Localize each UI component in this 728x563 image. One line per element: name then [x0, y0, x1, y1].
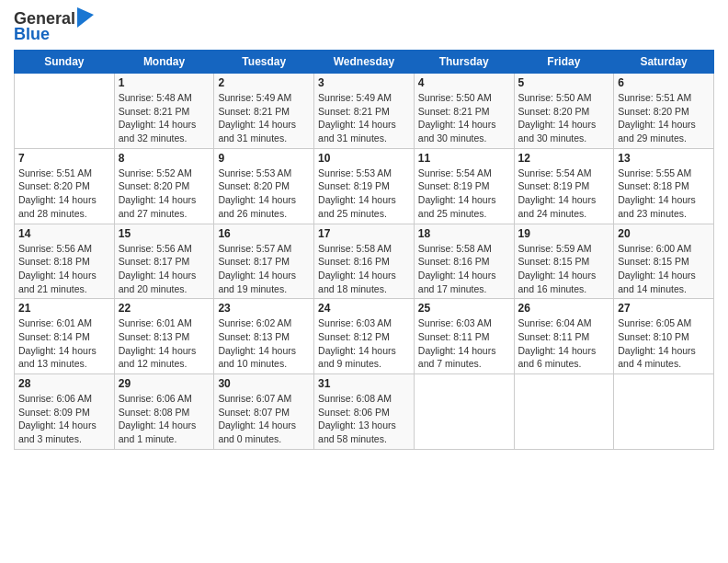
day-number: 10 — [318, 152, 410, 165]
calendar-week-row: 14Sunrise: 5:56 AM Sunset: 8:18 PM Dayli… — [15, 224, 714, 299]
day-info: Sunrise: 6:07 AM Sunset: 8:07 PM Dayligh… — [218, 392, 310, 446]
day-info: Sunrise: 5:54 AM Sunset: 8:19 PM Dayligh… — [518, 167, 610, 221]
day-number: 20 — [618, 227, 710, 240]
calendar-cell: 4Sunrise: 5:50 AM Sunset: 8:21 PM Daylig… — [414, 74, 514, 149]
day-number: 21 — [18, 302, 110, 315]
day-info: Sunrise: 5:50 AM Sunset: 8:20 PM Dayligh… — [518, 91, 610, 145]
calendar-cell: 28Sunrise: 6:06 AM Sunset: 8:09 PM Dayli… — [15, 374, 115, 450]
svg-marker-0 — [77, 7, 94, 28]
calendar-cell — [514, 374, 614, 450]
calendar-cell — [414, 374, 514, 450]
calendar-cell: 25Sunrise: 6:03 AM Sunset: 8:11 PM Dayli… — [414, 299, 514, 374]
day-info: Sunrise: 5:56 AM Sunset: 8:18 PM Dayligh… — [18, 242, 110, 296]
day-number: 11 — [418, 152, 510, 165]
calendar-week-row: 7Sunrise: 5:51 AM Sunset: 8:20 PM Daylig… — [15, 148, 714, 224]
header-row: General Blue — [14, 9, 714, 44]
day-info: Sunrise: 5:51 AM Sunset: 8:20 PM Dayligh… — [618, 91, 710, 145]
main-container: General Blue SundayMondayTuesdayWednesda… — [0, 0, 728, 459]
day-number: 26 — [518, 302, 610, 315]
day-info: Sunrise: 5:49 AM Sunset: 8:21 PM Dayligh… — [218, 91, 310, 145]
day-info: Sunrise: 5:50 AM Sunset: 8:21 PM Dayligh… — [418, 91, 510, 145]
day-number: 22 — [119, 302, 210, 315]
calendar-day-header: Wednesday — [314, 51, 415, 74]
calendar-cell: 29Sunrise: 6:06 AM Sunset: 8:08 PM Dayli… — [114, 374, 214, 450]
day-number: 18 — [418, 227, 510, 240]
calendar-cell: 23Sunrise: 6:02 AM Sunset: 8:13 PM Dayli… — [214, 299, 314, 374]
day-number: 27 — [618, 302, 710, 315]
day-number: 3 — [318, 76, 410, 89]
day-info: Sunrise: 6:02 AM Sunset: 8:13 PM Dayligh… — [218, 316, 310, 371]
calendar-cell: 24Sunrise: 6:03 AM Sunset: 8:12 PM Dayli… — [314, 299, 415, 374]
day-info: Sunrise: 6:03 AM Sunset: 8:12 PM Dayligh… — [318, 316, 410, 371]
day-number: 13 — [618, 152, 710, 165]
day-number: 30 — [218, 377, 310, 390]
calendar-cell: 19Sunrise: 5:59 AM Sunset: 8:15 PM Dayli… — [514, 224, 614, 299]
day-info: Sunrise: 6:06 AM Sunset: 8:08 PM Dayligh… — [119, 392, 210, 446]
day-info: Sunrise: 6:01 AM Sunset: 8:14 PM Dayligh… — [18, 316, 110, 371]
day-number: 19 — [518, 227, 610, 240]
calendar-week-row: 21Sunrise: 6:01 AM Sunset: 8:14 PM Dayli… — [15, 299, 714, 374]
day-info: Sunrise: 5:55 AM Sunset: 8:18 PM Dayligh… — [618, 167, 710, 221]
calendar-cell: 18Sunrise: 5:58 AM Sunset: 8:16 PM Dayli… — [414, 224, 514, 299]
day-info: Sunrise: 5:56 AM Sunset: 8:17 PM Dayligh… — [119, 242, 210, 296]
day-info: Sunrise: 5:53 AM Sunset: 8:19 PM Dayligh… — [318, 167, 410, 221]
calendar-cell: 27Sunrise: 6:05 AM Sunset: 8:10 PM Dayli… — [614, 299, 714, 374]
calendar-day-header: Saturday — [614, 51, 714, 74]
day-info: Sunrise: 5:58 AM Sunset: 8:16 PM Dayligh… — [318, 242, 410, 296]
day-info: Sunrise: 5:51 AM Sunset: 8:20 PM Dayligh… — [18, 167, 110, 221]
calendar-cell — [614, 374, 714, 450]
calendar-cell: 2Sunrise: 5:49 AM Sunset: 8:21 PM Daylig… — [214, 74, 314, 149]
day-number: 16 — [218, 227, 310, 240]
calendar-table: SundayMondayTuesdayWednesdayThursdayFrid… — [14, 50, 714, 450]
calendar-cell: 9Sunrise: 5:53 AM Sunset: 8:20 PM Daylig… — [214, 148, 314, 224]
day-info: Sunrise: 6:01 AM Sunset: 8:13 PM Dayligh… — [119, 316, 210, 371]
calendar-cell: 6Sunrise: 5:51 AM Sunset: 8:20 PM Daylig… — [614, 74, 714, 149]
day-number: 23 — [218, 302, 310, 315]
day-number: 24 — [318, 302, 410, 315]
calendar-day-header: Thursday — [414, 51, 514, 74]
day-number: 17 — [318, 227, 410, 240]
calendar-day-header: Monday — [114, 51, 214, 74]
calendar-cell: 31Sunrise: 6:08 AM Sunset: 8:06 PM Dayli… — [314, 374, 415, 450]
day-number: 14 — [18, 227, 110, 240]
calendar-cell: 1Sunrise: 5:48 AM Sunset: 8:21 PM Daylig… — [114, 74, 214, 149]
logo: General Blue — [14, 9, 94, 44]
day-info: Sunrise: 5:53 AM Sunset: 8:20 PM Dayligh… — [218, 167, 310, 221]
calendar-day-header: Friday — [514, 51, 614, 74]
day-info: Sunrise: 5:57 AM Sunset: 8:17 PM Dayligh… — [218, 242, 310, 296]
day-number: 4 — [418, 76, 510, 89]
day-info: Sunrise: 6:08 AM Sunset: 8:06 PM Dayligh… — [318, 392, 410, 446]
day-info: Sunrise: 5:54 AM Sunset: 8:19 PM Dayligh… — [418, 167, 510, 221]
day-info: Sunrise: 5:49 AM Sunset: 8:21 PM Dayligh… — [318, 91, 410, 145]
day-info: Sunrise: 5:58 AM Sunset: 8:16 PM Dayligh… — [418, 242, 510, 296]
day-number: 12 — [518, 152, 610, 165]
day-info: Sunrise: 6:06 AM Sunset: 8:09 PM Dayligh… — [18, 392, 110, 446]
calendar-cell: 20Sunrise: 6:00 AM Sunset: 8:15 PM Dayli… — [614, 224, 714, 299]
calendar-week-row: 1Sunrise: 5:48 AM Sunset: 8:21 PM Daylig… — [15, 74, 714, 149]
day-info: Sunrise: 6:03 AM Sunset: 8:11 PM Dayligh… — [418, 316, 510, 371]
calendar-cell: 11Sunrise: 5:54 AM Sunset: 8:19 PM Dayli… — [414, 148, 514, 224]
calendar-cell: 14Sunrise: 5:56 AM Sunset: 8:18 PM Dayli… — [15, 224, 115, 299]
day-info: Sunrise: 5:52 AM Sunset: 8:20 PM Dayligh… — [119, 167, 210, 221]
calendar-cell: 21Sunrise: 6:01 AM Sunset: 8:14 PM Dayli… — [15, 299, 115, 374]
day-number: 31 — [318, 377, 410, 390]
day-number: 25 — [418, 302, 510, 315]
calendar-cell: 7Sunrise: 5:51 AM Sunset: 8:20 PM Daylig… — [15, 148, 115, 224]
day-number: 2 — [218, 76, 310, 89]
day-number: 1 — [119, 76, 210, 89]
day-info: Sunrise: 5:48 AM Sunset: 8:21 PM Dayligh… — [119, 91, 210, 145]
day-info: Sunrise: 6:00 AM Sunset: 8:15 PM Dayligh… — [618, 242, 710, 296]
day-info: Sunrise: 5:59 AM Sunset: 8:15 PM Dayligh… — [518, 242, 610, 296]
calendar-day-header: Tuesday — [214, 51, 314, 74]
calendar-header-row: SundayMondayTuesdayWednesdayThursdayFrid… — [15, 51, 714, 74]
calendar-week-row: 28Sunrise: 6:06 AM Sunset: 8:09 PM Dayli… — [15, 374, 714, 450]
calendar-day-header: Sunday — [15, 51, 115, 74]
calendar-cell: 15Sunrise: 5:56 AM Sunset: 8:17 PM Dayli… — [114, 224, 214, 299]
day-number: 7 — [18, 152, 110, 165]
day-number: 6 — [618, 76, 710, 89]
day-number: 9 — [218, 152, 310, 165]
day-info: Sunrise: 6:04 AM Sunset: 8:11 PM Dayligh… — [518, 316, 610, 371]
calendar-cell: 22Sunrise: 6:01 AM Sunset: 8:13 PM Dayli… — [114, 299, 214, 374]
day-number: 5 — [518, 76, 610, 89]
calendar-cell: 5Sunrise: 5:50 AM Sunset: 8:20 PM Daylig… — [514, 74, 614, 149]
